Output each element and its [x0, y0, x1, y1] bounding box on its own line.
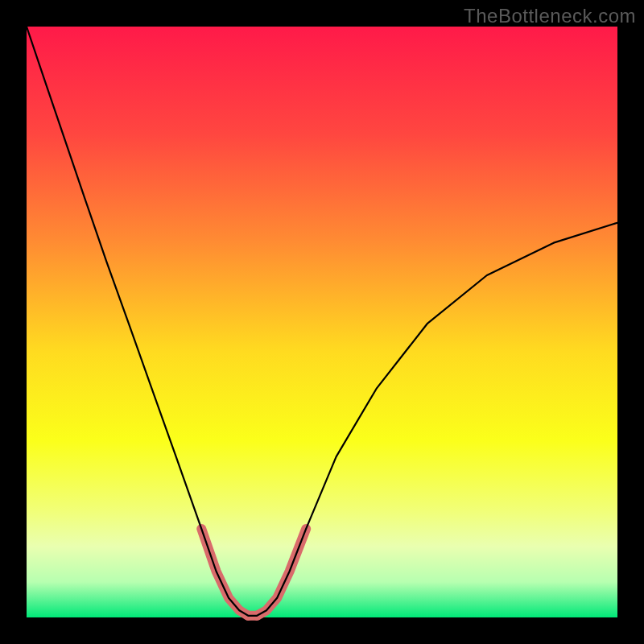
plot-background: [27, 27, 617, 617]
chart-container: TheBottleneck.com: [0, 0, 644, 644]
watermark-text: TheBottleneck.com: [464, 5, 636, 27]
bottleneck-chart: [0, 0, 644, 644]
